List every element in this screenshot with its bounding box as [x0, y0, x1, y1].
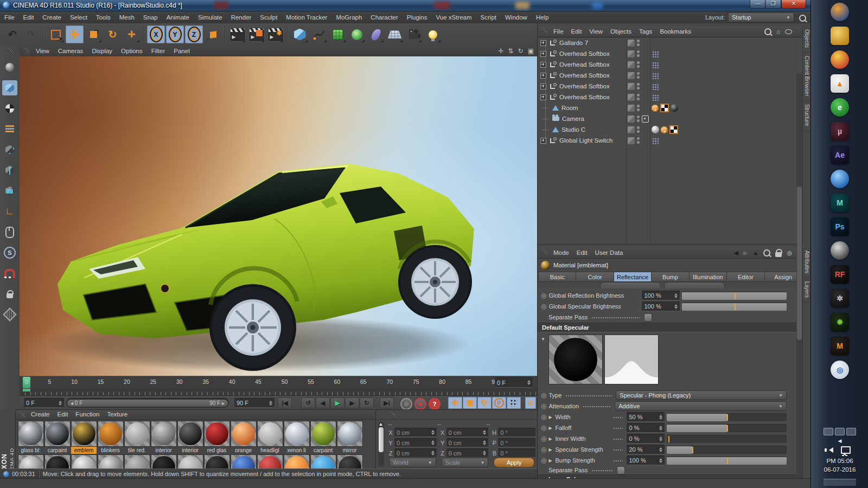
snap-settings-button[interactable]: S [2, 245, 17, 260]
material-swatch[interactable]: mirror [337, 421, 362, 454]
taskbar-app-icon[interactable]: ▲ [825, 72, 855, 95]
attribute-slider[interactable] [682, 292, 787, 300]
position-field[interactable]: 0 cm [394, 438, 437, 447]
visibility-dots[interactable] [637, 137, 640, 144]
xpresso-tag-icon[interactable] [652, 61, 659, 68]
material-swatch[interactable] [284, 454, 309, 469]
search-icon[interactable] [799, 15, 806, 22]
material-menu-item[interactable]: Edit [54, 410, 72, 419]
attribute-value-field[interactable]: 50 % [627, 412, 665, 422]
material-swatch[interactable] [257, 454, 283, 469]
make-editable-button[interactable] [2, 60, 17, 75]
attribute-scrollbar[interactable] [796, 73, 802, 477]
expand-icon[interactable] [540, 73, 546, 79]
attribute-slider[interactable] [667, 457, 787, 465]
viewport-menu-item[interactable]: Cameras [54, 46, 88, 56]
object-row[interactable]: Gallardo 7 [538, 37, 803, 48]
visibility-dots[interactable] [637, 105, 640, 111]
viewport-solo-button[interactable] [2, 224, 17, 240]
taskbar-app-icon[interactable]: M [825, 334, 855, 358]
home-icon[interactable]: ⌂ [776, 28, 780, 35]
taskbar-clock[interactable]: PM 05:06 06-07-2016 [824, 457, 856, 474]
menu-item[interactable]: Render [227, 11, 256, 23]
animation-dot-icon[interactable]: ◎ [541, 292, 546, 299]
object-row[interactable]: Studio C [538, 124, 803, 135]
taskbar-app-icon[interactable]: ✲ [825, 286, 855, 310]
lock-icon[interactable] [775, 252, 782, 257]
render-view-button[interactable]: ▶ [228, 25, 246, 43]
attribute-grip[interactable] [541, 249, 547, 256]
target-icon[interactable]: ◎ [787, 249, 792, 256]
workplane-lock-button[interactable] [2, 286, 17, 301]
expand-icon[interactable] [540, 94, 546, 100]
xpresso-tag-icon[interactable] [652, 83, 659, 90]
menu-item[interactable]: Window [501, 11, 532, 23]
material-swatch[interactable]: glass bl: [18, 421, 43, 454]
parent-up-icon[interactable]: ▲ [753, 249, 759, 256]
object-search-icon[interactable] [764, 28, 771, 35]
keyframe-help-button[interactable]: ? [429, 398, 441, 410]
layer-box[interactable] [628, 40, 635, 47]
material-swatch[interactable]: tile red. [124, 421, 150, 454]
tab-structure[interactable]: Structure [804, 104, 810, 131]
next-key-button[interactable]: ↻ [360, 397, 374, 408]
attribute-slider[interactable] [667, 435, 787, 443]
minimize-button[interactable]: — [750, 0, 766, 9]
add-spline-button[interactable] [310, 25, 328, 43]
attribute-tab[interactable]: Basic [538, 272, 576, 282]
object-row[interactable]: Room [538, 102, 803, 113]
expand-arrow-icon[interactable]: ▶ [548, 447, 553, 452]
add-floor-button[interactable] [386, 25, 404, 43]
viewport-maximize-icon[interactable]: ▣ [528, 46, 534, 56]
material-swatch[interactable]: emblem [71, 421, 97, 454]
menu-item[interactable]: File [0, 11, 19, 23]
layer-box[interactable] [628, 137, 635, 144]
material-swatch[interactable]: interior [151, 421, 176, 454]
object-row[interactable]: Overhead Softbox [538, 92, 803, 102]
attribute-slider[interactable] [667, 424, 787, 432]
previous-frame-button[interactable]: ◀ [316, 397, 330, 408]
menu-item[interactable]: Simulate [194, 11, 227, 23]
attribute-tab[interactable]: Color [576, 272, 614, 282]
attribute-value-field[interactable]: 0 % [627, 423, 665, 433]
type-dropdown[interactable]: Specular - Phong (Legacy)▼ [616, 390, 787, 400]
menu-item[interactable]: Sculpt [256, 11, 282, 23]
phong-tag-icon[interactable] [652, 105, 659, 112]
specular-sphere-preview[interactable] [548, 335, 603, 384]
attribute-menu-item[interactable]: Edit [573, 247, 591, 258]
scale-tool[interactable] [85, 25, 103, 43]
taskbar-app-icon[interactable] [825, 167, 855, 191]
object-menu-item[interactable]: Bookmarks [656, 26, 695, 37]
rotation-field[interactable]: 0 ° [498, 428, 535, 437]
texture-mode-button[interactable] [2, 101, 17, 116]
material-swatch[interactable] [98, 454, 123, 469]
visibility-dots[interactable] [637, 61, 640, 68]
add-camera-button[interactable] [405, 25, 423, 43]
taskbar-window-previews[interactable] [824, 428, 856, 435]
last-used-tool[interactable]: ✛ [123, 25, 141, 43]
taskbar-app-icon[interactable] [825, 24, 855, 48]
layer-box[interactable] [628, 126, 635, 133]
layer-box[interactable] [628, 83, 635, 90]
animation-dot-icon[interactable]: ◎ [541, 446, 546, 453]
goto-end-button[interactable]: ▶| [380, 397, 394, 408]
xpresso-tag-icon[interactable] [652, 50, 659, 57]
workplane-mode-button[interactable] [2, 121, 17, 137]
menu-item[interactable]: Edit [19, 11, 39, 23]
specular-curve-preview[interactable] [604, 335, 659, 384]
position-field[interactable]: 0 cm [394, 448, 437, 458]
current-frame-field[interactable]: 0 F [495, 377, 533, 388]
viewport-canvas[interactable] [20, 56, 537, 376]
object-row[interactable]: Camera [538, 113, 803, 124]
attribute-tab[interactable]: Bump [652, 272, 689, 282]
next-frame-button[interactable]: ▶ [345, 397, 359, 408]
tab-attributes[interactable]: Attributes [804, 251, 810, 278]
xpresso-tag-icon[interactable] [652, 72, 659, 79]
maximize-button[interactable]: ❐ [765, 0, 781, 9]
live-selection-tool[interactable]: ➤ [47, 25, 65, 43]
object-menu-item[interactable]: File [550, 26, 567, 37]
material-swatch[interactable] [124, 454, 150, 469]
material-tag-icon[interactable] [671, 104, 678, 112]
size-field[interactable]: 0 cm [446, 428, 489, 437]
animation-dot-icon[interactable]: ◎ [541, 303, 546, 310]
